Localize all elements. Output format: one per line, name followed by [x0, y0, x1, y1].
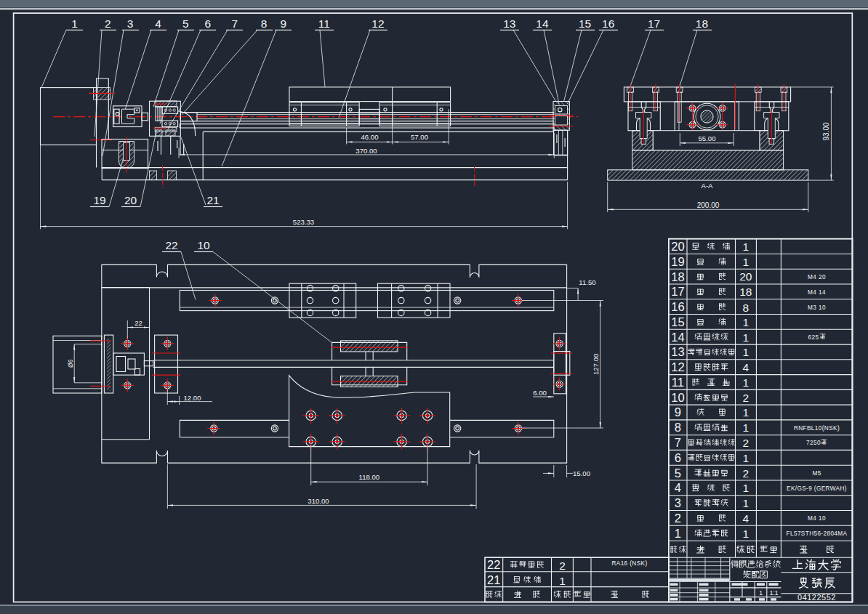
svg-text:14: 14	[536, 17, 549, 30]
svg-text:12.00: 12.00	[183, 394, 201, 402]
svg-text:19: 19	[93, 194, 105, 206]
svg-text:Ø6: Ø6	[67, 359, 74, 368]
svg-text:9: 9	[675, 405, 681, 419]
svg-text:18: 18	[696, 17, 708, 30]
svg-text:12: 12	[671, 360, 684, 373]
svg-text:11: 11	[318, 17, 330, 30]
svg-text:4: 4	[675, 481, 681, 494]
svg-text:8: 8	[675, 421, 681, 434]
svg-text:1: 1	[742, 452, 749, 464]
svg-text:4: 4	[742, 512, 749, 525]
svg-text:1: 1	[742, 256, 749, 268]
svg-text:8: 8	[742, 302, 749, 314]
svg-text:21: 21	[206, 194, 219, 206]
svg-text:18: 18	[671, 270, 684, 283]
svg-text:11.50: 11.50	[579, 278, 595, 286]
svg-text:13: 13	[503, 17, 515, 30]
svg-text:1: 1	[742, 241, 749, 253]
svg-text:1: 1	[742, 482, 749, 494]
svg-text:15.00: 15.00	[573, 469, 590, 477]
svg-text:310.00: 310.00	[308, 497, 329, 505]
svg-text:22: 22	[487, 558, 500, 571]
svg-text:2: 2	[742, 467, 749, 480]
svg-text:1: 1	[71, 17, 78, 30]
svg-text:1: 1	[759, 589, 763, 597]
svg-text:2: 2	[742, 392, 749, 404]
svg-text:17: 17	[671, 285, 684, 298]
svg-text:8: 8	[261, 17, 268, 30]
svg-text:2: 2	[742, 437, 749, 449]
svg-text:6: 6	[675, 451, 681, 464]
svg-text:4: 4	[742, 361, 749, 373]
svg-text:04122552: 04122552	[797, 593, 836, 602]
svg-text:127.00: 127.00	[592, 354, 600, 375]
svg-text:2: 2	[559, 560, 566, 572]
svg-text:523.33: 523.33	[293, 218, 314, 226]
svg-text:19: 19	[671, 255, 684, 268]
svg-text:93.00: 93.00	[822, 122, 830, 140]
svg-text:200.00: 200.00	[697, 201, 720, 209]
svg-text:1: 1	[742, 331, 749, 344]
svg-text:RNFBL10(NSK): RNFBL10(NSK)	[794, 425, 840, 432]
svg-text:A-A: A-A	[702, 182, 714, 190]
svg-text:1: 1	[742, 497, 749, 509]
svg-text:2: 2	[105, 17, 111, 30]
svg-text:46.00: 46.00	[361, 133, 378, 141]
svg-text:EK/GS-9 (GERWAH): EK/GS-9 (GERWAH)	[787, 485, 847, 492]
svg-text:21: 21	[487, 573, 500, 586]
svg-text:625: 625	[808, 334, 819, 341]
svg-text:5: 5	[675, 466, 681, 480]
svg-text:M4 14: M4 14	[808, 289, 826, 296]
svg-text:4: 4	[155, 17, 161, 30]
svg-text:55.00: 55.00	[698, 134, 715, 142]
svg-text:1: 1	[675, 527, 681, 540]
svg-text:1: 1	[742, 316, 749, 328]
svg-text:10: 10	[671, 391, 684, 404]
svg-text:M5: M5	[812, 470, 821, 477]
svg-text:15: 15	[671, 315, 684, 328]
svg-text:18: 18	[739, 286, 752, 298]
svg-text:RA16 (NSK): RA16 (NSK)	[611, 560, 647, 567]
svg-text:20: 20	[671, 240, 684, 253]
svg-text:16: 16	[602, 17, 614, 30]
svg-text:2: 2	[675, 512, 681, 525]
svg-text:10: 10	[197, 239, 210, 251]
svg-text:1: 1	[742, 406, 749, 419]
svg-text:14: 14	[671, 331, 684, 344]
svg-text:57.00: 57.00	[411, 133, 428, 141]
svg-text:7: 7	[675, 436, 681, 449]
svg-text:22: 22	[134, 319, 142, 327]
svg-text:20: 20	[124, 194, 137, 206]
svg-text:6: 6	[205, 17, 212, 30]
svg-text:7250: 7250	[806, 440, 821, 446]
svg-text:1: 1	[559, 575, 566, 587]
svg-text:12: 12	[371, 17, 384, 30]
svg-text:M3 10: M3 10	[808, 304, 826, 311]
svg-text:13: 13	[671, 345, 684, 358]
svg-text:1: 1	[742, 376, 749, 389]
svg-text:15: 15	[579, 17, 591, 30]
svg-text:7: 7	[232, 17, 238, 30]
svg-text:370.00: 370.00	[355, 147, 377, 155]
svg-text:5: 5	[182, 17, 189, 30]
svg-text:1: 1	[742, 346, 749, 358]
svg-text:M4 20: M4 20	[808, 274, 826, 280]
svg-text:118.00: 118.00	[359, 473, 380, 481]
svg-text:6.00: 6.00	[533, 389, 547, 397]
svg-text:11: 11	[672, 376, 684, 389]
svg-text:3: 3	[127, 17, 134, 30]
svg-text:FL57STH56-2804MA: FL57STH56-2804MA	[787, 530, 848, 537]
svg-text:20: 20	[739, 270, 752, 283]
svg-text:22: 22	[165, 239, 177, 251]
svg-text:1: 1	[742, 421, 749, 434]
svg-text:3: 3	[675, 496, 681, 509]
svg-text:17: 17	[648, 17, 660, 30]
svg-text:16: 16	[671, 300, 684, 313]
svg-text:9: 9	[280, 17, 286, 30]
svg-text:1: 1	[742, 528, 749, 540]
svg-text:1:1: 1:1	[770, 589, 779, 597]
svg-text:M4 10: M4 10	[808, 515, 826, 522]
